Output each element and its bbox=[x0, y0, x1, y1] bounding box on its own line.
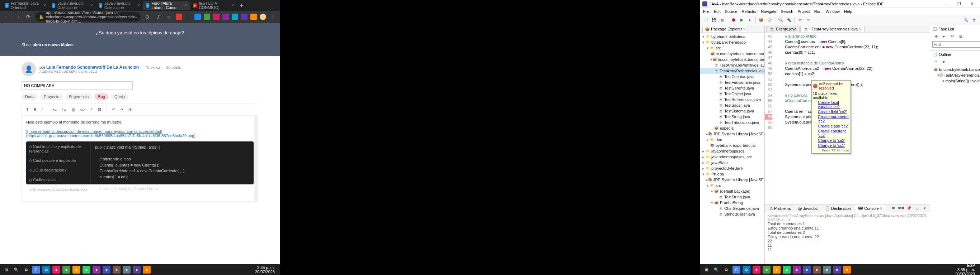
maximize-button[interactable]: ❐ bbox=[953, 0, 965, 8]
quickfix-option[interactable]: Change to 'cc1' bbox=[813, 143, 850, 148]
taskbar-app[interactable]: ● bbox=[123, 266, 130, 273]
tree-node[interactable]: ☕CharSequence.java bbox=[700, 205, 764, 211]
quickfix-option[interactable]: Change to 'ca2' bbox=[813, 138, 850, 143]
back-button[interactable]: ← bbox=[3, 14, 11, 20]
console-scroll-icon[interactable]: ⤓ bbox=[913, 205, 920, 212]
chip-queja[interactable]: Queja bbox=[111, 93, 129, 100]
tree-node[interactable]: ▾📁Prueba bbox=[700, 171, 764, 177]
extension-icon[interactable] bbox=[232, 14, 238, 20]
editor-tab-active[interactable]: ☕*TestArrayReferencias.java× bbox=[800, 26, 864, 32]
forward-button[interactable]: → bbox=[14, 14, 22, 20]
quickfix-option[interactable]: Create constant 'cc2' bbox=[813, 128, 850, 138]
task-collapse-icon[interactable]: ⊟ bbox=[957, 33, 964, 40]
package-tree[interactable]: ▾📁bytebank-biblioteca▾📁byteBank-heredado… bbox=[700, 33, 764, 269]
extension-icon[interactable] bbox=[194, 14, 201, 20]
task-view-icon[interactable]: ⧉ bbox=[22, 266, 30, 273]
browser-tab[interactable]: aFormación Java Orientad× bbox=[2, 1, 49, 10]
tree-node[interactable]: ☕TestCuentas.java bbox=[700, 74, 764, 79]
tree-node[interactable]: ▸📁proyectoByteBank bbox=[700, 166, 764, 171]
zoom-icon[interactable]: ⊖ bbox=[143, 14, 151, 20]
new-icon[interactable]: 📄 bbox=[702, 16, 710, 24]
menu-search[interactable]: Search bbox=[781, 9, 794, 14]
tree-node[interactable]: ☕TestFuncionario.java bbox=[700, 79, 764, 85]
tree-node[interactable]: ☕TestSistema.java bbox=[700, 108, 764, 114]
debug-icon[interactable]: 🐞 bbox=[730, 16, 737, 24]
open-type-icon[interactable]: 🔍 bbox=[777, 16, 784, 24]
italic-icon[interactable]: I bbox=[41, 107, 43, 112]
tab-javadoc[interactable]: @ Javadoc bbox=[795, 205, 821, 212]
taskbar-app[interactable]: ● bbox=[793, 266, 801, 273]
tab-console[interactable]: 📟 Console × bbox=[855, 205, 885, 212]
outline-sort-icon[interactable]: ᵃ bbox=[932, 58, 939, 65]
tree-node[interactable]: ☕TestTributacion.java bbox=[700, 120, 764, 125]
close-icon[interactable]: × bbox=[137, 3, 140, 8]
taskbar-app[interactable]: ● bbox=[83, 266, 91, 273]
taskbar-app[interactable]: ● bbox=[72, 266, 80, 273]
profile-avatar[interactable] bbox=[260, 14, 266, 20]
menu-help[interactable]: Help bbox=[844, 9, 852, 14]
taskbar-app[interactable]: ● bbox=[803, 266, 811, 273]
tree-node[interactable]: ☕TestReferencias.java bbox=[700, 97, 764, 103]
taskbar-app[interactable]: ● bbox=[843, 266, 851, 273]
editor-body[interactable]: Hola este ejemplo al momento de correrlo… bbox=[22, 115, 258, 202]
save-all-icon[interactable]: 🗎 bbox=[719, 16, 726, 24]
taskbar-app[interactable]: ● bbox=[113, 266, 121, 273]
tree-node[interactable]: ☕TestObject.java bbox=[700, 91, 764, 97]
quickfix-option[interactable]: Create class 'cc2' bbox=[813, 123, 850, 128]
tree-node[interactable]: ▸📂doc bbox=[700, 137, 764, 142]
start-button[interactable]: ⊞ bbox=[2, 266, 10, 273]
code-icon[interactable]: </> bbox=[80, 107, 86, 112]
tree-node[interactable]: ▾📁bytebank-biblioteca bbox=[700, 34, 764, 40]
tree-node[interactable]: ☕TestString.java bbox=[700, 194, 764, 200]
task-find-input[interactable] bbox=[932, 41, 980, 47]
search-icon[interactable]: 🔦 bbox=[785, 16, 792, 24]
taskbar-app[interactable]: ● bbox=[92, 266, 100, 273]
close-button[interactable]: ✕ bbox=[966, 0, 978, 8]
taskbar-app[interactable]: ● bbox=[773, 266, 781, 273]
task-new-icon[interactable]: ✚ bbox=[932, 33, 939, 40]
new-package-icon[interactable]: 📦 bbox=[757, 16, 765, 24]
topic-title-input[interactable] bbox=[22, 81, 133, 90]
ol-icon[interactable]: 1≡ bbox=[62, 107, 66, 112]
tree-node[interactable]: ☕TestString.java bbox=[700, 114, 764, 120]
menu-refactor[interactable]: Refactor bbox=[742, 9, 757, 14]
console-menu-icon[interactable]: ▾ bbox=[921, 205, 928, 212]
menu-navigate[interactable]: Navigate bbox=[761, 9, 776, 14]
run-icon[interactable]: ▶ bbox=[738, 16, 745, 24]
image-icon[interactable]: 🖼 bbox=[97, 107, 102, 112]
extension-icon[interactable] bbox=[250, 14, 257, 20]
console-clear-icon[interactable]: ✖ bbox=[889, 205, 897, 212]
close-icon[interactable]: × bbox=[185, 3, 187, 8]
taskbar-app[interactable]: ● bbox=[833, 266, 841, 273]
extension-icon[interactable] bbox=[185, 14, 192, 20]
search-icon[interactable]: 🔍 bbox=[12, 266, 20, 273]
quickfix-option[interactable]: Create field 'cc2' bbox=[813, 109, 850, 114]
tree-node[interactable]: ▾📦PruebaString bbox=[700, 200, 764, 205]
menu-source[interactable]: Source bbox=[725, 9, 738, 14]
taskbar-app[interactable]: ● bbox=[813, 266, 821, 273]
tab-problems[interactable]: ⚠ Problems bbox=[766, 205, 794, 212]
scrollbar[interactable] bbox=[255, 115, 258, 201]
task-cat-icon[interactable]: ▸ bbox=[940, 33, 948, 40]
taskbar-app[interactable]: ⧉ bbox=[42, 266, 50, 273]
perspective-java-icon[interactable]: ☕ bbox=[970, 16, 978, 24]
tree-node[interactable]: ▾📂src bbox=[700, 183, 764, 188]
tree-node[interactable]: 📚bytebank-exportado.jar bbox=[700, 142, 764, 148]
chip-proyecto[interactable]: Proyecto bbox=[40, 93, 63, 100]
new-tab-button[interactable]: + bbox=[237, 1, 246, 10]
taskbar-app[interactable]: ● bbox=[62, 266, 70, 273]
outline-hide-icon[interactable]: ● bbox=[940, 58, 947, 65]
star-icon[interactable]: ☆ bbox=[165, 14, 173, 20]
tree-node[interactable]: ☕StringBuilder.java bbox=[700, 211, 764, 217]
close-icon[interactable]: × bbox=[43, 3, 46, 8]
system-tray-clock[interactable]: ESP 3:35 p. m.20/07/2023 bbox=[955, 263, 978, 275]
minimize-button[interactable]: ─ bbox=[940, 0, 953, 8]
extension-icon[interactable] bbox=[204, 14, 210, 20]
back-nav-icon[interactable]: ⇦ bbox=[796, 16, 803, 24]
taskbar-app[interactable]: ● bbox=[763, 266, 770, 273]
address-bar[interactable]: 🔒 app.aluracursos.com/forum/curso-java-u… bbox=[35, 12, 141, 22]
tree-node[interactable]: ▾📦(default package) bbox=[700, 188, 764, 194]
browser-tab[interactable]: aJava y java.util: Coleccione× bbox=[96, 1, 143, 10]
console-output[interactable]: <terminated> TestArrayReferencias [Java … bbox=[765, 212, 930, 269]
bold-icon[interactable]: B bbox=[34, 107, 37, 112]
